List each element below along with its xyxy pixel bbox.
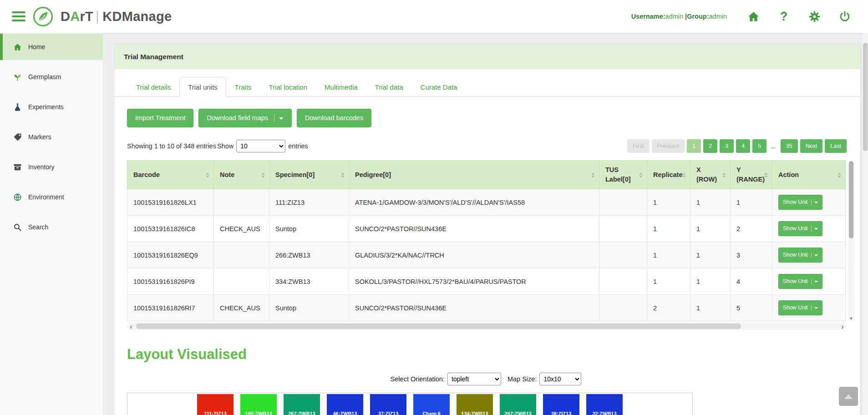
table-row: 10015319161826LX1 111:ZIZ13 ATENA-1/GAMD… [127,189,846,216]
cell-x-row: 1 [690,268,731,295]
sidebar-item-markers[interactable]: Markers [0,124,103,150]
pagination-first-button[interactable]: First [627,139,649,153]
layout-cell[interactable]: 165:ZWB13 [240,394,277,415]
layout-cell[interactable]: 32:ZWB13 [586,394,623,415]
sidebar-item-environment[interactable]: Environment [0,184,103,210]
pagination-next-button[interactable]: Next [800,139,823,153]
show-unit-button[interactable]: Show Unit [778,221,822,236]
cell-note: CHECK_AUS [214,216,269,242]
map-size-select[interactable]: 10x10 [539,373,581,385]
tab-multimedia[interactable]: Multimedia [316,77,366,97]
layout-cell[interactable]: 267:ZWB13 [284,394,320,415]
import-treatment-button[interactable]: Import Treatment [127,109,193,127]
cell-specimen: 334:ZWB13 [269,268,349,295]
sidebar-item-experiments[interactable]: Experiments [0,94,103,120]
tab-trial-units[interactable]: Trial units [179,77,226,97]
sidebar-item-search[interactable]: Search [0,214,103,240]
scroll-down-icon[interactable]: ▼ [848,316,854,321]
scroll-left-icon[interactable]: ‹ [127,324,135,329]
cell-y-range: 3 [731,242,772,268]
cell-note [214,189,269,216]
page-size-select[interactable]: 10 [236,140,285,152]
sort-icon [682,170,687,179]
show-unit-button[interactable]: Show Unit [778,195,822,210]
sidebar-item-germplasm[interactable]: Germplasm [0,64,103,90]
layout-controls: Select Orientation: topleft Map Size: 10… [114,373,860,385]
pagination-page-1-button[interactable]: 1 [687,139,701,153]
tab-curate-data[interactable]: Curate Data [412,77,466,97]
layout-cell[interactable]: 134:ZWB13 [457,394,493,415]
table-vertical-scrollbar[interactable]: ▼ [848,160,854,321]
cell-note: CHECK_AUS [214,295,269,321]
pagination-page-3-button[interactable]: 3 [720,139,734,153]
show-unit-button[interactable]: Show Unit [778,300,822,315]
scroll-right-icon[interactable]: › [838,324,847,329]
group-label: |Group: [685,13,709,20]
show-unit-button[interactable]: Show Unit [778,248,822,263]
product-name: KDManage [102,9,172,24]
column-header-x-row[interactable]: X (ROW) [690,161,731,189]
tab-traits[interactable]: Traits [226,77,260,97]
show-unit-button[interactable]: Show Unit [778,274,822,289]
scrollbar-thumb[interactable] [849,161,853,238]
cell-tus-label [599,216,647,242]
layout-cell[interactable]: 111:ZIZ13 [197,394,233,415]
tab-trial-data[interactable]: Trial data [366,77,412,97]
column-header-action[interactable]: Action [772,161,846,189]
power-logout-icon[interactable] [838,10,852,23]
dart-logo-icon[interactable] [32,6,54,27]
home-icon [13,42,22,51]
tab-trial-details[interactable]: Trial details [127,77,179,97]
pagination-last-button[interactable]: Last [825,139,847,153]
download-barcodes-button[interactable]: Download barcodes [297,109,371,127]
cell-x-row: 1 [690,189,731,216]
menu-toggle-icon[interactable] [12,11,25,21]
scroll-to-top-button[interactable] [839,387,858,406]
column-header-note[interactable]: Note [214,161,269,189]
sidebar: Home Germplasm Experiments Markers [0,33,103,415]
pagination-page-5-button[interactable]: 5 [752,139,766,153]
layout-cell[interactable]: 46:ZWB13 [327,394,363,415]
layout-cell[interactable]: 38:ZIZ13 [543,394,579,415]
chevron-down-icon [279,117,284,122]
column-header-barcode[interactable]: Barcode [127,161,214,189]
column-header-replicate[interactable]: Replicate [647,161,690,189]
tab-trial-location[interactable]: Trial location [260,77,316,97]
pagination: First Previous 1 2 3 4 5 ... 35 Next Las… [627,139,847,153]
column-header-specimen[interactable]: Specimen[0] [269,161,349,189]
cell-note [214,242,269,268]
scrollbar-thumb[interactable] [136,324,741,329]
column-header-tus-label[interactable]: TUS Label[0] [599,161,647,189]
download-field-maps-button[interactable]: Download field maps [198,109,292,127]
pagination-page-4-button[interactable]: 4 [736,139,750,153]
cell-pedigree: ATENA-1/GAMDOW-3/3/MON'S'/ALD'S'//ALDAN'… [349,189,599,216]
column-header-y-range[interactable]: Y (RANGE) [731,161,772,189]
cell-y-range: 1 [731,189,772,216]
column-header-pedigree[interactable]: Pedigree[0] [349,161,599,189]
sidebar-item-label: Search [28,223,48,231]
help-icon[interactable]: ? [777,10,791,23]
table-horizontal-scrollbar[interactable]: ‹ › [127,323,847,330]
pagination-page-35-button[interactable]: 35 [781,139,798,153]
home-icon[interactable] [746,10,760,23]
sidebar-item-inventory[interactable]: Inventory [0,154,103,180]
sort-icon [764,170,769,179]
sidebar-item-label: Environment [28,193,64,201]
sidebar-item-home[interactable]: Home [0,34,103,60]
map-size-label: Map Size: [508,375,537,383]
cell-action: Show Unit [772,295,846,321]
cell-replicate: 2 [647,295,690,321]
cell-action: Show Unit [772,268,846,295]
scrollbar-thumb[interactable] [863,43,868,151]
cell-barcode: 10015319161826IC8 [127,216,214,242]
layout-cell[interactable]: Cham 6 [413,394,450,415]
layout-cell[interactable]: 37:ZIZ13 [370,394,406,415]
cell-x-row: 1 [690,242,731,268]
orientation-select[interactable]: topleft [447,373,501,385]
layout-cell[interactable]: 267:ZWB13 [500,394,536,415]
page-scrollbar[interactable] [863,33,868,415]
pagination-previous-button[interactable]: Previous [652,139,685,153]
pagination-page-2-button[interactable]: 2 [703,139,717,153]
settings-gear-icon[interactable] [807,10,821,23]
search-icon [13,223,22,232]
